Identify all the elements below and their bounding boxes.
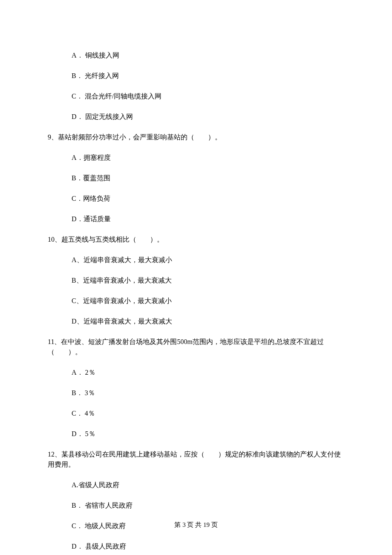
q9-option-c: C．网络负荷 (48, 194, 344, 204)
q8-option-a: A． 铜线接入网 (48, 50, 344, 61)
q9-option-a: A．拥塞程度 (48, 153, 344, 163)
q11-text: 11、在中波、短波广播发射台场地及其外围500m范围内，地形应该是平坦的,总坡度… (48, 337, 344, 357)
page-footer: 第 3 页 共 19 页 (0, 520, 392, 530)
q9-option-b: B．覆盖范围 (48, 173, 344, 183)
q12-option-d: D． 县级人民政府 (48, 541, 344, 552)
q8-option-b: B． 光纤接入网 (48, 71, 344, 81)
q11-option-d: D． 5％ (48, 429, 344, 439)
q10-option-b: B、近端串音衰减小，最大衰减大 (48, 275, 344, 286)
q10-option-d: D、近端串音衰减大，最大衰减大 (48, 316, 344, 327)
q10-option-c: C、近端串音衰减小，最大衰减小 (48, 296, 344, 306)
q11-option-a: A． 2％ (48, 367, 344, 378)
q10-option-a: A、近端串音衰减大，最大衰减小 (48, 255, 344, 265)
q12-option-b: B． 省辖市人民政府 (48, 500, 344, 511)
page-content: A． 铜线接入网 B． 光纤接入网 C． 混合光纤/同轴电缆接入网 D． 固定无… (0, 0, 392, 552)
q9-text: 9、基站射频部分功率过小，会严重影响基站的（ ）。 (48, 132, 344, 142)
q10-text: 10、超五类线与五类线相比（ ）。 (48, 234, 344, 245)
q8-option-d: D． 固定无线接入网 (48, 112, 344, 122)
q12-text: 12、某县移动公司在民用建筑上建移动基站，应按（ ）规定的标准向该建筑物的产权人… (48, 449, 344, 470)
q12-option-a: A.省级人民政府 (48, 480, 344, 490)
q8-option-c: C． 混合光纤/同轴电缆接入网 (48, 91, 344, 101)
q11-option-b: B． 3％ (48, 388, 344, 398)
q9-option-d: D．通话质量 (48, 214, 344, 224)
q11-option-c: C． 4％ (48, 408, 344, 419)
